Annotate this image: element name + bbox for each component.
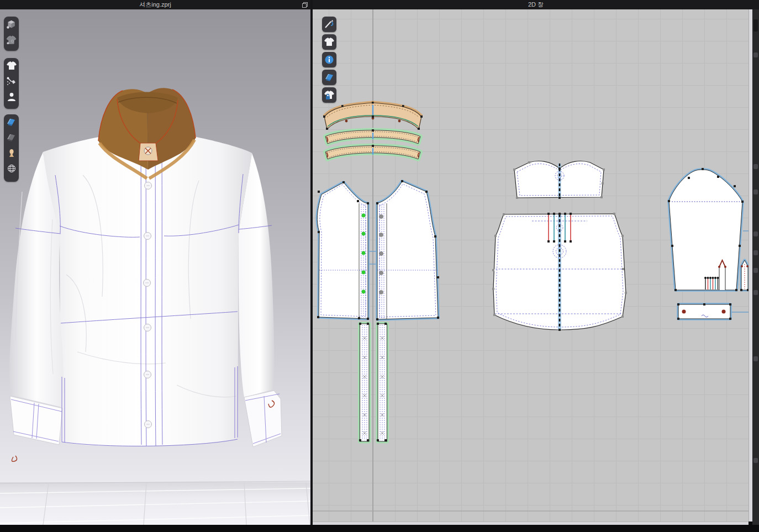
avatar-icon[interactable]	[4, 89, 19, 104]
clipped-icon[interactable]	[753, 52, 758, 57]
clipped-icon[interactable]	[753, 231, 758, 236]
piece-front-left[interactable]	[317, 181, 369, 320]
fabric-button[interactable]	[322, 70, 336, 85]
needle-tool-button[interactable]	[322, 17, 336, 32]
cube-3d-icon[interactable]	[4, 17, 19, 32]
clipped-icon[interactable]	[753, 458, 758, 463]
piece-cuff[interactable]	[677, 303, 731, 320]
piece-sleeve[interactable]	[668, 168, 744, 291]
piece-front-right[interactable]	[376, 180, 439, 320]
scene-3d	[0, 9, 310, 525]
shirt-torso	[43, 134, 252, 446]
titlebar-3d[interactable]: 셔츠ing.zprj	[0, 0, 310, 9]
right-edge-toolbar-strip	[752, 9, 759, 525]
globe-icon[interactable]	[4, 161, 19, 176]
pattern-canvas	[313, 9, 749, 522]
garment-2d-button[interactable]	[322, 34, 336, 50]
toolbar-3d-mode-group	[4, 58, 19, 109]
window-2d-title: 2D 창	[528, 1, 544, 9]
piece-back-body[interactable]	[492, 213, 627, 331]
clipped-icon[interactable]	[753, 356, 758, 361]
info-button[interactable]	[322, 52, 336, 67]
clipped-icon[interactable]	[753, 189, 758, 194]
float-window-icon[interactable]	[302, 2, 307, 7]
piece-sleeve-placket-binding[interactable]	[740, 260, 749, 291]
fabric-blue-icon[interactable]	[4, 114, 19, 130]
clipped-icon[interactable]	[753, 164, 758, 169]
thread-mark-left	[12, 456, 17, 461]
piece-placket-strip-left[interactable]	[359, 323, 369, 441]
toolbar-3d-display-group	[4, 114, 19, 182]
toolbar-3d-view-group	[4, 17, 19, 51]
clipped-icon[interactable]	[753, 268, 758, 273]
garment-lock-button[interactable]	[322, 87, 336, 103]
mannequin-head-icon[interactable]	[4, 145, 19, 161]
fabric-dark-icon[interactable]	[4, 130, 19, 145]
clipped-button[interactable]	[753, 19, 758, 31]
panel-2d: 2D 창	[313, 0, 759, 525]
sewing-pin-icon[interactable]	[4, 73, 19, 89]
garment-icon[interactable]	[4, 58, 19, 73]
project-title: 셔츠ing.zprj	[139, 1, 171, 9]
piece-placket-strip-right[interactable]	[377, 323, 387, 441]
viewport-2d[interactable]	[313, 9, 749, 522]
floor-grid	[0, 481, 310, 525]
shirt-cuff-right	[244, 391, 282, 447]
garment-3d[interactable]	[9, 88, 282, 461]
panel-3d: 셔츠ing.zprj	[0, 0, 310, 525]
viewport-3d[interactable]	[0, 9, 310, 525]
garment-textured-icon[interactable]	[4, 32, 19, 48]
clipped-icon[interactable]	[753, 250, 758, 255]
piece-back-yoke[interactable]	[513, 161, 605, 199]
bottom-bar	[0, 525, 759, 532]
clipped-icon[interactable]	[753, 290, 758, 295]
titlebar-2d[interactable]: 2D 창	[313, 0, 759, 9]
